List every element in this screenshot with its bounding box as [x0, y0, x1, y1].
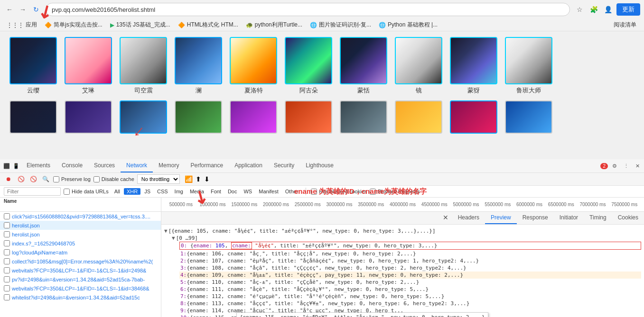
hero-image-r2-2[interactable]	[65, 100, 112, 134]
forward-button[interactable]: →	[17, 4, 28, 15]
hero-image-r2-6[interactable]	[285, 100, 332, 134]
address-bar[interactable]: pvp.qq.com/web201605/herolist.shtml	[46, 3, 570, 16]
hero-card-4[interactable]: 澜	[175, 37, 222, 95]
bookmark-2[interactable]: ▶ 135话 JS基础_完成...	[107, 20, 173, 30]
hero-image-r2-5[interactable]	[230, 100, 277, 134]
hero-image-r2-9[interactable]	[450, 100, 497, 134]
has-blocked-checkbox[interactable]	[311, 189, 317, 195]
hero-image-9[interactable]	[450, 37, 497, 84]
file-checkbox-10[interactable]	[4, 294, 10, 300]
devtools-settings-btn[interactable]: ⚙	[610, 161, 619, 171]
hero-card-5[interactable]: 夏洛特	[230, 37, 277, 95]
profile-button[interactable]: 👤	[602, 4, 614, 15]
file-checkbox-1[interactable]	[4, 213, 10, 219]
wifi-icon[interactable]: 📶	[185, 175, 193, 183]
file-checkbox-5[interactable]	[4, 249, 10, 255]
file-checkbox-6[interactable]	[4, 258, 10, 264]
file-item-3[interactable]: herolist.json	[0, 230, 161, 239]
expand-arr[interactable]	[172, 235, 175, 241]
filter-media[interactable]: Media	[187, 188, 207, 195]
filter-button[interactable]: 🔍	[41, 174, 50, 184]
devtools-close-btn[interactable]: ✕	[633, 161, 642, 171]
bookmark-1[interactable]: 🔶 简单js实现点击按...	[42, 20, 105, 30]
file-checkbox-2[interactable]	[4, 222, 10, 228]
tab-performance[interactable]: Performance	[185, 159, 229, 172]
filter-all[interactable]: All	[112, 188, 123, 195]
hero-image-r2-10[interactable]	[505, 100, 552, 134]
bookmark-5[interactable]: 🌐 图片验证码识别-复...	[307, 20, 374, 30]
file-item-9[interactable]: webvitals?FCP=350&LCP=-1&FID=-1&CLS=-1&i…	[0, 284, 161, 293]
tab-elements[interactable]: Elements	[21, 159, 56, 172]
hero-image-r2-8[interactable]	[395, 100, 442, 134]
file-item-5[interactable]: log?cloudApiName=atm	[0, 248, 161, 257]
tab-console[interactable]: Console	[56, 159, 88, 172]
file-item-7[interactable]: webvitals?FCP=350&LCP=-1&FID=-1&CLS=-1&i…	[0, 266, 161, 275]
filter-input[interactable]	[4, 187, 61, 196]
hero-image-10[interactable]	[505, 37, 552, 84]
file-item-1[interactable]: click?sid=s1566088802&pvid=97298881368&_…	[0, 212, 161, 221]
hero-card-6[interactable]: 阿古朵	[285, 37, 332, 95]
update-button[interactable]: 更新	[616, 3, 640, 16]
has-blocked-label[interactable]: Has blocked cookies	[311, 189, 367, 195]
tab-security[interactable]: Security	[268, 159, 300, 172]
file-checkbox-7[interactable]	[4, 267, 10, 273]
file-checkbox-8[interactable]	[4, 276, 10, 282]
refresh-button[interactable]: ↻	[30, 4, 42, 15]
disable-cache-label[interactable]: Disable cache	[93, 176, 134, 182]
reading-mode-button[interactable]: 阅读清单	[610, 20, 640, 30]
hero-image-1[interactable]	[9, 37, 57, 84]
filter-ws[interactable]: WS	[241, 188, 255, 195]
hero-image-r2-1[interactable]	[9, 100, 57, 134]
tab-lighthouse[interactable]: Lighthouse	[300, 159, 339, 172]
record-button[interactable]: ⏺	[4, 174, 13, 184]
hero-image-7[interactable]	[340, 37, 387, 84]
filter-manifest[interactable]: Manifest	[256, 188, 281, 195]
hero-card-3[interactable]: 司空震	[120, 37, 167, 95]
disable-cache-checkbox[interactable]	[93, 176, 100, 182]
filter-css[interactable]: CSS	[154, 188, 171, 195]
filter-doc[interactable]: Doc	[225, 188, 240, 195]
filter-font[interactable]: Font	[208, 188, 224, 195]
stop-button[interactable]: 🚫	[16, 174, 26, 184]
file-checkbox-4[interactable]	[4, 240, 10, 246]
bookmark-6[interactable]: 🌐 Python 基础教程 |...	[376, 20, 440, 30]
hero-card-10[interactable]: 鲁班大师	[505, 37, 552, 95]
file-checkbox-3[interactable]	[4, 231, 10, 237]
detail-close-btn[interactable]: ✕	[439, 212, 452, 224]
file-item-4[interactable]: index.s?_=1625290468705	[0, 239, 161, 248]
filter-img[interactable]: Img	[172, 188, 186, 195]
detail-tab-preview[interactable]: Preview	[485, 212, 517, 224]
bookmark-3[interactable]: 🔶 HTML格式化 HTM...	[175, 20, 241, 30]
detail-tab-initiator[interactable]: Initiator	[554, 212, 584, 224]
expand-root[interactable]	[164, 228, 168, 234]
file-item-2[interactable]: herolist.json	[0, 221, 161, 230]
hero-image-r2-3[interactable]	[120, 100, 167, 134]
upload-icon[interactable]: ⬆	[196, 175, 201, 183]
bookmark-apps[interactable]: ⋮⋮⋮ 应用	[4, 20, 40, 30]
devtools-dots-btn[interactable]: ⋮	[621, 161, 631, 171]
detail-tab-timing[interactable]: Timing	[584, 212, 612, 224]
hero-image-6[interactable]	[285, 37, 332, 84]
download-icon[interactable]: ⬇	[204, 175, 210, 183]
hide-data-urls-checkbox[interactable]	[64, 189, 70, 195]
blocked-requests-checkbox[interactable]	[370, 189, 376, 195]
preserve-log-checkbox[interactable]	[53, 176, 59, 182]
filter-xhr[interactable]: XHR	[124, 188, 140, 195]
detail-tab-cookies[interactable]: Cookies	[612, 212, 644, 224]
devtools-inspect-btn[interactable]: ⬛	[2, 161, 11, 171]
hero-card-8[interactable]: 镜	[395, 37, 442, 95]
hero-card-9[interactable]: 蒙犽	[450, 37, 497, 95]
bookmark-4[interactable]: 🐢 python利用Turtle...	[243, 20, 305, 30]
hero-image-5[interactable]	[230, 37, 277, 84]
detail-tab-response[interactable]: Response	[517, 212, 554, 224]
tab-network[interactable]: Network	[121, 159, 153, 172]
hero-card-7[interactable]: 蒙恬	[340, 37, 387, 95]
file-item-10[interactable]: whitelist?id=2498&uin=&version=1.34.28&a…	[0, 293, 161, 302]
hero-card-2[interactable]: 艾琳	[65, 37, 112, 95]
file-item-6[interactable]: collect?id=1085&msg[0]=Error.message%3A%…	[0, 257, 161, 266]
clear-button[interactable]: 🚫	[28, 174, 38, 184]
file-item-8[interactable]: pv?id=2498&uin=&version=1.34.28&aid=52ad…	[0, 275, 161, 284]
devtools-device-btn[interactable]: 📱	[11, 161, 21, 171]
tab-application[interactable]: Application	[229, 159, 268, 172]
star-button[interactable]: ☆	[574, 4, 585, 15]
